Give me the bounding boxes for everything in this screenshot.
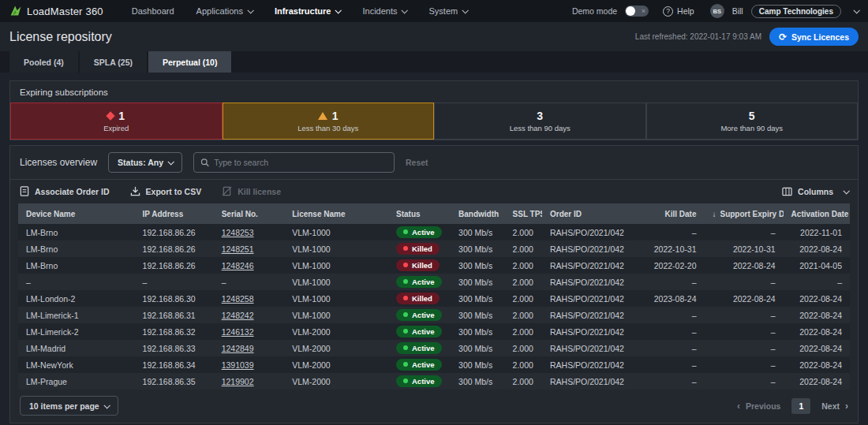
cell-support-expiry: – — [704, 340, 783, 356]
column-header-ssl-tps[interactable]: SSL TPS — [505, 203, 542, 224]
table-toolbar: Associate Order ID Export to CSV Kill li… — [10, 180, 858, 202]
expiring-card-less-than-90-days[interactable]: 3Less than 90 days — [434, 103, 646, 140]
cell-ssl-tps: 2.000 — [505, 240, 542, 257]
sync-licences-button[interactable]: ⟳ Sync Licences — [769, 28, 859, 46]
expiring-card-more-than-90-days[interactable]: 5More than 90 days — [646, 103, 859, 140]
cell-serial: 1248258 — [214, 290, 285, 307]
table-row[interactable]: LM-Brno192.168.86.261248253VLM-1000Activ… — [18, 224, 850, 240]
column-header-kill-date[interactable]: Kill Date — [642, 203, 704, 224]
column-header-license-name[interactable]: License Name — [284, 203, 388, 224]
column-header-ip-address[interactable]: IP Address — [135, 203, 214, 224]
column-header-bandwidth[interactable]: Bandwidth — [451, 203, 505, 224]
serial-link[interactable]: 1246132 — [222, 327, 254, 337]
column-header-support-expiry-date[interactable]: ↓Support Expiry Date — [704, 203, 783, 224]
previous-page-button[interactable]: ‹ Previous — [737, 401, 780, 412]
column-header-label: Status — [396, 210, 421, 218]
status-label: Killed — [412, 294, 432, 303]
cell-status: Killed — [388, 257, 451, 274]
nav-item-system[interactable]: System — [417, 0, 478, 22]
serial-link[interactable]: 1219902 — [222, 377, 254, 386]
serial-link[interactable]: 1248242 — [222, 311, 254, 320]
column-header-serial-no[interactable]: Serial No. — [214, 203, 285, 224]
cell-device: LM-London-2 — [18, 290, 135, 307]
column-header-order-id[interactable]: Order ID — [542, 203, 642, 224]
serial-link[interactable]: 1242849 — [222, 344, 254, 353]
cell-support-expiry: – — [704, 373, 783, 390]
table-row[interactable]: LM-Limerick-1192.168.86.311248242VLM-100… — [18, 307, 850, 323]
search-box[interactable] — [193, 152, 395, 173]
cell-device: LM-Madrid — [18, 340, 135, 356]
cell-serial: 1248246 — [214, 257, 285, 274]
cell-device: – — [18, 274, 135, 290]
nav-item-infrastructure[interactable]: Infrastructure — [264, 0, 352, 22]
cell-serial: 1219902 — [214, 373, 285, 390]
cell-license: VLM-1000 — [284, 257, 388, 274]
avatar[interactable]: BS — [710, 4, 724, 18]
expiring-card-less-than-30-days[interactable]: 1Less than 30 days — [223, 103, 435, 140]
table-row[interactable]: LM-Limerick-2192.168.86.321246132VLM-200… — [18, 323, 850, 340]
status-dot-icon — [403, 345, 408, 350]
navbar-right: Demo mode × ? Help BS Bill Camp Technolo… — [572, 4, 859, 18]
columns-button[interactable]: Columns — [782, 187, 848, 196]
table-row[interactable]: LM-Brno192.168.86.261248246VLM-1000Kille… — [18, 257, 850, 274]
table-row[interactable]: LM-Madrid192.168.86.331242849VLM-2000Act… — [18, 340, 850, 356]
expiring-card-expired[interactable]: 1Expired — [10, 103, 223, 140]
status-label: Active — [412, 228, 435, 237]
nav-item-applications[interactable]: Applications — [185, 0, 264, 22]
cell-serial: – — [214, 274, 285, 290]
nav-item-incidents[interactable]: Incidents — [351, 0, 417, 22]
cell-order-id: RAHS/PO/2021/042 — [542, 240, 642, 257]
cell-status: Active — [388, 340, 451, 356]
cell-ip: 192.168.86.33 — [135, 340, 214, 356]
cell-serial: 1246132 — [214, 323, 285, 340]
table-row[interactable]: LM-Brno192.168.86.261248251VLM-1000Kille… — [18, 240, 850, 257]
kill-license-label: Kill license — [238, 187, 281, 196]
demo-mode-toggle[interactable]: × — [625, 6, 649, 17]
nav-item-dashboard[interactable]: Dashboard — [121, 0, 185, 22]
status-dot-icon — [403, 362, 408, 367]
expiring-subscriptions-panel: Expiring subscriptions 1Expired1Less tha… — [9, 80, 859, 140]
search-input[interactable] — [214, 158, 387, 167]
license-type-tabs: Pooled (4)SPLA (25)Perpetual (10) — [0, 51, 868, 73]
page-number-button[interactable]: 1 — [791, 398, 810, 414]
table-row[interactable]: LM-NewYork192.168.86.341391039VLM-2000Ac… — [18, 356, 850, 373]
table-row[interactable]: LM-Prague192.168.86.351219902VLM-2000Act… — [18, 373, 850, 390]
tab-perpetual[interactable]: Perpetual (10) — [148, 51, 231, 73]
help-button[interactable]: ? Help — [663, 6, 694, 17]
column-header-device-name[interactable]: Device Name — [18, 203, 135, 224]
cell-license: VLM-1000 — [284, 274, 388, 290]
warning-triangle-icon — [318, 112, 327, 120]
cell-serial: 1242849 — [214, 340, 285, 356]
reset-button[interactable]: Reset — [406, 158, 428, 167]
page-size-dropdown[interactable]: 10 items per page — [20, 396, 118, 416]
cell-device: LM-Prague — [18, 373, 135, 390]
serial-link[interactable]: 1391039 — [222, 360, 254, 370]
cell-bandwidth: 300 Mb/s — [451, 274, 505, 290]
cell-support-expiry: – — [704, 323, 783, 340]
column-header-status[interactable]: Status — [388, 203, 451, 224]
tab-spla[interactable]: SPLA (25) — [80, 51, 147, 73]
cell-bandwidth: 300 Mb/s — [451, 340, 505, 356]
brand[interactable]: LoadMaster 360 — [9, 5, 103, 17]
export-to-csv-button[interactable]: Export to CSV — [130, 186, 202, 196]
org-selector[interactable]: Camp Technologies — [751, 5, 841, 18]
next-page-button[interactable]: Next › — [821, 401, 848, 412]
associate-order-id-button[interactable]: Associate Order ID — [20, 186, 110, 196]
serial-link[interactable]: 1248246 — [222, 261, 254, 270]
sync-button-label: Sync Licences — [791, 32, 849, 42]
table-row[interactable]: –––VLM-1000Active300 Mb/s2.000RAHS/PO/20… — [18, 274, 850, 290]
cell-bandwidth: 300 Mb/s — [451, 224, 505, 240]
status-filter-dropdown[interactable]: Status: Any — [108, 152, 182, 173]
cell-ip: 192.168.86.26 — [135, 257, 214, 274]
serial-link[interactable]: 1248258 — [222, 294, 254, 304]
column-header-activation-date[interactable]: Activation Date — [784, 203, 850, 224]
serial-link[interactable]: 1248253 — [222, 228, 254, 237]
serial-link[interactable]: 1248251 — [222, 244, 254, 254]
tab-pooled[interactable]: Pooled (4) — [9, 51, 78, 73]
kill-license-button[interactable]: Kill license — [222, 186, 281, 196]
cell-bandwidth: 300 Mb/s — [451, 323, 505, 340]
cell-status: Killed — [388, 240, 451, 257]
table-row[interactable]: LM-London-2192.168.86.301248258VLM-1000K… — [18, 290, 850, 307]
cell-license: VLM-2000 — [284, 373, 388, 390]
chevron-down-icon[interactable] — [853, 7, 859, 13]
